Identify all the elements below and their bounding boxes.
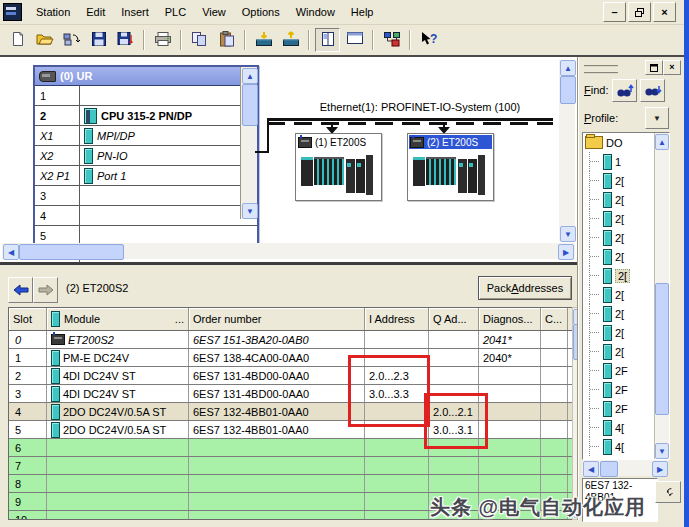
station-1[interactable]: (1) ET200S (295, 133, 382, 201)
rack-row-slot-X1[interactable]: X1MPI/DP (35, 126, 257, 146)
scroll-down-icon[interactable]: ▼ (655, 443, 669, 459)
scroll-up-icon[interactable]: ▲ (242, 68, 258, 84)
open-object-button[interactable] (59, 28, 84, 52)
table-row-slot-2[interactable]: 24DI DC24V ST6ES7 131-4BD00-0AA02.0...2.… (9, 367, 572, 385)
rack-row-slot-2[interactable]: 2CPU 315-2 PN/DP (35, 106, 257, 126)
catalog-tree-scrollbar[interactable]: ▲ ▼ (654, 133, 669, 459)
configuration-table-button[interactable] (342, 28, 367, 52)
menu-station[interactable]: Station (28, 3, 78, 21)
pack-addresses-button[interactable]: Pack Addresses (478, 276, 572, 300)
cell-q-address (429, 331, 479, 348)
scroll-left-icon[interactable]: ◀ (583, 461, 599, 477)
menu-window[interactable]: Window (288, 3, 343, 21)
column-header-qad[interactable]: Q Ad... (429, 308, 479, 330)
cell-order-number (189, 493, 365, 510)
catalog-item-label: 4[ (615, 422, 624, 434)
copy-button[interactable] (187, 28, 212, 52)
save-compile-button[interactable] (113, 28, 138, 52)
scroll-down-icon[interactable]: ▼ (242, 203, 258, 219)
scroll-down-icon[interactable]: ▼ (560, 226, 576, 242)
scroll-right-icon[interactable]: ▶ (652, 461, 668, 477)
panel-gripper[interactable] (584, 65, 618, 74)
configure-network-button[interactable] (379, 28, 404, 52)
close-button[interactable]: × (653, 2, 676, 22)
cell-module (47, 511, 189, 520)
rack-window[interactable]: (0) UR 12CPU 315-2 PN/DPX1MPI/DPX2PN-IOX… (33, 65, 259, 245)
profile-dropdown[interactable]: ▼ (645, 107, 669, 129)
scroll-thumb[interactable] (655, 283, 669, 415)
station-2[interactable]: (2) ET200S (407, 133, 494, 201)
download-button[interactable] (251, 28, 276, 52)
scroll-thumb[interactable] (19, 244, 124, 260)
restore-button[interactable] (628, 2, 651, 22)
cell-diagnostic-address (479, 475, 541, 492)
table-row-slot-1[interactable]: 1PM-E DC24V6ES7 138-4CA00-0AA02040* (9, 349, 572, 367)
column-header-module[interactable]: Module... (47, 308, 189, 330)
catalog-toggle-button[interactable] (315, 28, 340, 52)
column-header-slot[interactable]: Slot (9, 308, 47, 330)
scroll-thumb[interactable] (242, 84, 258, 126)
table-row-slot-0[interactable]: 0ET200S26ES7 151-3BA20-0AB02041* (9, 331, 572, 349)
catalog-hscrollbar[interactable]: ◀ ▶ (582, 460, 668, 476)
cell-i-address (365, 493, 429, 510)
cell-text: 3 (15, 388, 21, 400)
profinet-rail[interactable] (267, 118, 553, 121)
scroll-left-icon[interactable]: ◀ (3, 244, 19, 260)
panel-maximize-button[interactable] (645, 60, 663, 75)
previous-station-button[interactable] (8, 277, 33, 303)
station-view-vscrollbar[interactable]: ▲ ▼ (559, 60, 575, 241)
rack-slot-content: PN-IO (80, 146, 257, 165)
menu-options[interactable]: Options (234, 3, 288, 21)
rack-slot-number: 2 (35, 106, 80, 125)
catalog-tree: DO12[2[2[2[2[2[2[2[2[2[2F2F2F4[4[ ▲ ▼ (582, 132, 670, 460)
menu-plc[interactable]: PLC (157, 3, 194, 21)
module-icon (603, 439, 612, 455)
scroll-thumb[interactable] (600, 461, 618, 477)
rack-row-slot-3[interactable]: 3 (35, 186, 257, 206)
io-device-icon (298, 137, 312, 148)
scroll-up-icon[interactable]: ▲ (655, 134, 669, 150)
window-border (684, 0, 689, 527)
paste-button[interactable] (214, 28, 239, 52)
new-button[interactable] (5, 28, 30, 52)
column-header-iaddress[interactable]: I Address (365, 308, 429, 330)
rack-row-slot-1[interactable]: 1 (35, 86, 257, 106)
scroll-up-icon[interactable]: ▲ (560, 60, 576, 76)
menu-insert[interactable]: Insert (113, 3, 157, 21)
rack-icon (39, 71, 56, 82)
print-button[interactable] (150, 28, 175, 52)
module-icon (603, 249, 612, 265)
cell-order-number: 6ES7 132-4BB01-0AA0 (189, 421, 365, 438)
find-previous-button[interactable] (640, 79, 665, 102)
cell-order-number: 6ES7 132-4BB01-0AA0 (189, 403, 365, 420)
menu-edit[interactable]: Edit (78, 3, 113, 21)
rack-row-slot-X2[interactable]: X2PN-IO (35, 146, 257, 166)
annotation-box-q-address (424, 393, 488, 449)
minimize-button[interactable]: – (603, 2, 626, 22)
scroll-right-icon[interactable]: ▶ (558, 244, 574, 260)
rack-row-slot-4[interactable]: 4 (35, 206, 257, 226)
tree-connector (589, 209, 600, 228)
station-view-hscrollbar[interactable]: ◀ ▶ (2, 243, 575, 259)
help-cursor-button[interactable]: ? (416, 28, 441, 52)
rack-scrollbar[interactable]: ▲ ▼ (240, 67, 257, 219)
interface-module-icon (84, 128, 93, 144)
rack-row-slot-X2P1[interactable]: X2 P1Port 1 (35, 166, 257, 186)
panel-close-button[interactable]: × (663, 60, 681, 75)
column-header-c[interactable]: C... (541, 308, 568, 330)
next-station-button[interactable] (33, 277, 58, 303)
find-next-button[interactable] (612, 79, 637, 102)
menu-help[interactable]: Help (343, 3, 382, 21)
scroll-thumb[interactable] (560, 76, 576, 104)
upload-button[interactable] (278, 28, 303, 52)
module-icon (603, 363, 612, 379)
station-label: (1) ET200S (315, 137, 366, 148)
table-row-slot-8[interactable]: 8 (9, 475, 572, 493)
table-row-slot-7[interactable]: 7 (9, 457, 572, 475)
column-header-diagnos[interactable]: Diagnos... (479, 308, 541, 330)
save-button[interactable] (86, 28, 111, 52)
open-button[interactable] (32, 28, 57, 52)
column-header-ordernumber[interactable]: Order number (189, 308, 365, 330)
menu-view[interactable]: View (194, 3, 234, 21)
rack-slot-label: CPU 315-2 PN/DP (101, 110, 192, 122)
